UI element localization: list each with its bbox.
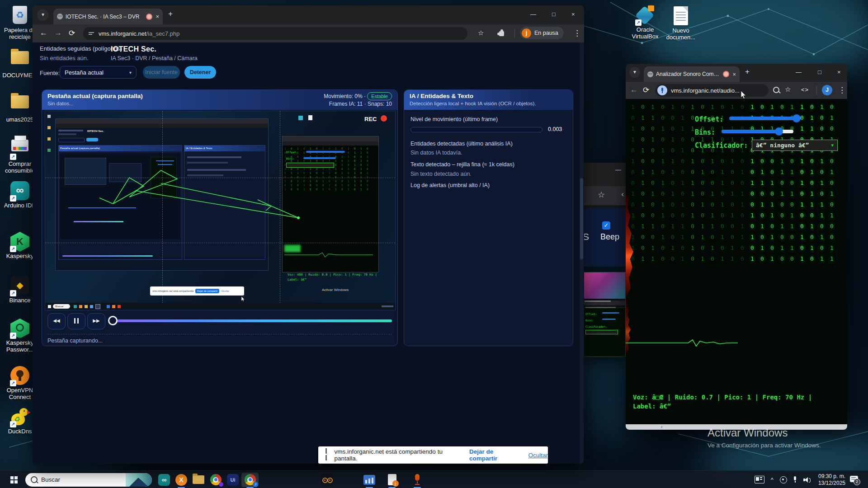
analyzer-active-tab[interactable]: Analizador Sonoro Complet × (644, 66, 740, 82)
tray-speaker-icon[interactable] (803, 477, 811, 483)
classifier-select-value: â€” ninguno â€” (756, 142, 809, 149)
skip-forward-button[interactable]: ▶▶ (87, 313, 105, 329)
tray-microphone-icon[interactable] (793, 476, 797, 483)
hide-share-bar-link[interactable]: Ocultar (528, 452, 548, 459)
mini-share-stop-button[interactable]: Dejar de compartir (195, 289, 219, 293)
taskbar-xampp[interactable]: X (173, 473, 190, 487)
pause-button[interactable] (67, 313, 85, 329)
nuevo-documento[interactable]: Nuevodocumen... (661, 5, 701, 41)
forward-button[interactable]: → (54, 28, 62, 38)
document-icon: j (388, 474, 396, 485)
analyzer-maximize-button[interactable]: □ (818, 69, 821, 75)
entities-detected-label: Entidades detectadas (último análisis IA… (410, 141, 513, 147)
footer-chevron-icon[interactable]: › (661, 424, 662, 429)
reload-button[interactable]: ⟳ (69, 28, 75, 38)
offset-slider[interactable] (729, 117, 801, 120)
analyzer-tab-search-chevron-icon[interactable]: ▾ (629, 67, 640, 78)
taskbar-presentation-app[interactable] (361, 473, 378, 487)
analyzer-back-button[interactable]: ← (630, 85, 638, 94)
strip-bookmark-star-icon[interactable]: ☆ (598, 190, 605, 200)
url-host: vms.inforganic.net (99, 30, 146, 37)
tab-close-icon[interactable]: × (156, 13, 159, 20)
taskbar-file-explorer[interactable] (190, 473, 207, 487)
taskbar-arduino[interactable]: ∞ (156, 473, 173, 487)
xampp-icon: X (175, 474, 187, 486)
main-active-tab[interactable]: IOTECH Sec. · IA Sec3 – DVR × (53, 9, 163, 24)
start-source-button[interactable]: Iniciar fuente (143, 66, 180, 79)
recycle-bin-icon: ♻ (9, 6, 30, 27)
matrix-column: 0 1 1 0 1 0 1 1 0 1 0 0 1 0 1 (721, 102, 724, 264)
java-badge: j (392, 480, 399, 487)
site-settings-icon[interactable] (89, 31, 94, 36)
extensions-icon[interactable] (499, 31, 504, 36)
address-bar[interactable]: vms.inforganic.net/ia_sec7.php (83, 27, 467, 40)
entities-followed-label: Entidades seguidas (polígonos) (40, 45, 122, 52)
strip-thumbnail[interactable]: Offset: Bins: Clasificador: (581, 272, 626, 357)
analyzer-address-bar[interactable]: vms.inforganic.net/audio... (656, 84, 769, 97)
main-browser-window: ▾ IOTECH Sec. · IA Sec3 – DVR × + — □ × … (33, 5, 584, 464)
taskbar: Buscar ∞XUiJj ^ (0, 470, 868, 488)
taskbar-chrome-profile[interactable]: J (241, 473, 259, 487)
analyzer-profile-avatar[interactable]: J (822, 85, 832, 95)
matrix-column: 1 0 0 1 0 1 0 1 0 1 1 0 1 0 1 (820, 102, 824, 264)
source-select[interactable]: Pestaña actual ▾ (60, 66, 137, 79)
shortcut-arrow-icon: ↗ (10, 246, 16, 252)
taskbar-search[interactable]: Buscar (25, 473, 152, 487)
classifier-select[interactable]: â€” ninguno â€” ▾ (752, 140, 838, 151)
analyzer-bookmark-star-icon[interactable]: ☆ (785, 85, 791, 94)
bins-slider-knob[interactable] (775, 127, 783, 136)
stop-sharing-button[interactable]: Dejar de compartir (469, 448, 521, 462)
analyzer-minimize-button[interactable]: — (796, 69, 802, 75)
analyzer-new-tab-button[interactable]: + (745, 67, 750, 76)
notification-center-icon[interactable]: 2 (850, 476, 860, 484)
widgets-news-icon[interactable] (755, 476, 764, 483)
bins-slider[interactable] (722, 130, 781, 133)
mini-share-hide-link[interactable]: Ocultar (221, 290, 229, 292)
back-button[interactable]: ← (40, 28, 47, 38)
analyzer-reload-button[interactable]: ⟳ (643, 85, 649, 95)
start-button[interactable] (5, 473, 23, 487)
new-tab-button[interactable]: + (168, 9, 173, 19)
page-scrollbar[interactable] (580, 42, 584, 464)
strip-minimize-icon[interactable]: — (615, 166, 621, 173)
ai-panel-title: IA / Entidades & Texto (410, 93, 473, 99)
taskbar-chrome[interactable] (207, 473, 224, 487)
tray-clock[interactable]: 09:30 p. m. 13/12/2025 (818, 473, 845, 487)
timeline-slider[interactable] (111, 319, 392, 322)
offset-slider-knob[interactable] (793, 114, 801, 122)
taskbar-owl-app[interactable] (318, 473, 335, 487)
code-devtools-icon[interactable]: <> (801, 86, 809, 93)
window-close-button[interactable]: × (571, 11, 575, 18)
tray-chevron-up-icon[interactable]: ^ (771, 476, 774, 483)
capture-video[interactable]: IOTECH Sec. Pestaña actual (captura pant… (45, 111, 396, 310)
bookmark-star-icon[interactable]: ☆ (478, 29, 484, 37)
profile-chip-label: En pausa (534, 30, 558, 36)
matrix-column: 0 0 1 0 1 1 0 1 0 1 1 0 1 0 0 (661, 102, 665, 264)
oracle-virtualbox[interactable]: ↗OracleVirtualBox (625, 5, 665, 40)
printer-glyph (11, 140, 28, 151)
tray-camera-icon[interactable] (780, 476, 787, 483)
timeline-knob[interactable] (108, 316, 118, 325)
mic-permission-icon[interactable] (657, 85, 667, 95)
menu-kebab-icon[interactable]: ⋮ (573, 28, 581, 38)
window-minimize-button[interactable]: — (530, 11, 536, 18)
analyzer-menu-kebab-icon[interactable]: ⋮ (838, 85, 846, 95)
analyzer-close-button[interactable]: × (837, 69, 841, 75)
ai-panel-subtitle: Detección ligera local + hook IA visión … (410, 101, 536, 106)
window-maximize-button[interactable]: □ (552, 11, 556, 18)
matrix-column: 0 1 0 1 1 0 1 0 1 0 1 0 0 1 1 (830, 102, 834, 264)
background-window-strip: — ☆ ‹ S ✓ Beep Offset: Bins: Clasificado… (581, 163, 626, 357)
tab-search-chevron-icon[interactable]: ▾ (37, 9, 49, 21)
analyzer-tab-close-icon[interactable]: × (732, 71, 736, 78)
taskbar-document-java[interactable]: j (383, 473, 401, 487)
mini-search-pill: Buscar (53, 304, 70, 309)
taskbar-voice-recorder[interactable] (409, 473, 426, 487)
beep-checkbox[interactable]: ✓ (602, 221, 610, 230)
binance-icon: ◆↗ (9, 276, 30, 297)
profile-chip[interactable]: j En pausa (520, 27, 564, 39)
taskbar-blue-app[interactable]: Ui (224, 473, 241, 487)
stop-button[interactable]: Detener (184, 66, 216, 79)
search-daily-image[interactable] (126, 473, 152, 487)
skip-back-button[interactable]: ◀◀ (47, 313, 66, 329)
strip-chevron-icon[interactable]: ‹ (621, 190, 624, 199)
